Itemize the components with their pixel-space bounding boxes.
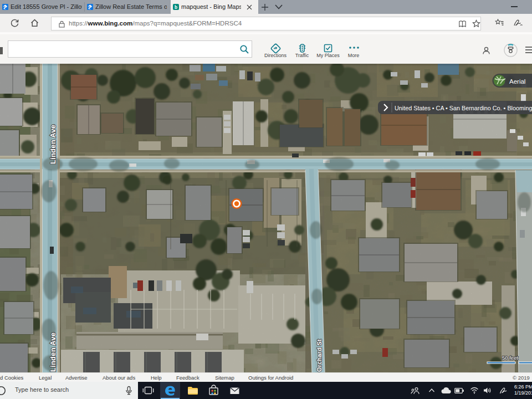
svg-text:50 feet: 50 feet [502,355,518,361]
svg-text:United States • CA • San Berna: United States • CA • San Bernardino Co. … [395,105,532,111]
svg-text:Linden Ave: Linden Ave [49,332,57,372]
svg-text:Aerial: Aerial [509,78,525,85]
svg-text:b: b [175,5,177,10]
svg-text:Orchard St: Orchard St [316,339,323,372]
svg-text:Linden Ave: Linden Ave [49,125,57,164]
